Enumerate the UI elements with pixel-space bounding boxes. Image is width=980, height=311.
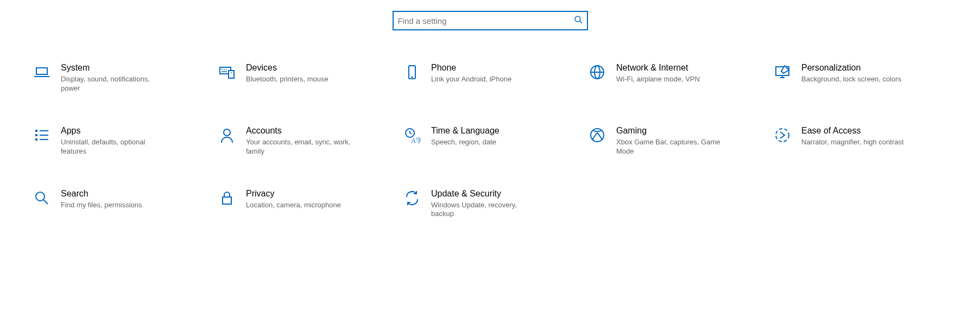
tile-network[interactable]: Network & InternetWi-Fi, airplane mode, … <box>588 63 762 93</box>
tile-update[interactable]: Update & SecurityWindows Update, recover… <box>403 189 577 219</box>
tile-text: Update & SecurityWindows Update, recover… <box>431 189 540 219</box>
tile-devices[interactable]: DevicesBluetooth, printers, mouse <box>218 63 392 93</box>
tile-text: PrivacyLocation, camera, microphone <box>246 189 341 210</box>
tile-text: Ease of AccessNarrator, magnifier, high … <box>801 126 904 147</box>
laptop-icon <box>33 63 51 81</box>
xbox-icon <box>588 126 606 144</box>
tile-text: Network & InternetWi-Fi, airplane mode, … <box>616 63 700 84</box>
tile-text: SearchFind my files, permissions <box>61 189 142 210</box>
tile-title: Time & Language <box>431 126 500 136</box>
tile-title: Privacy <box>246 189 341 199</box>
settings-grid: SystemDisplay, sound, notifications, pow… <box>27 63 953 219</box>
tile-desc: Bluetooth, printers, mouse <box>246 75 328 84</box>
tile-text: DevicesBluetooth, printers, mouse <box>246 63 328 84</box>
tile-title: System <box>61 63 169 73</box>
tile-desc: Find my files, permissions <box>61 201 142 210</box>
tile-apps[interactable]: AppsUninstall, defaults, optional featur… <box>33 126 207 156</box>
tile-desc: Windows Update, recovery, backup <box>431 201 540 219</box>
tile-privacy[interactable]: PrivacyLocation, camera, microphone <box>218 189 392 219</box>
tile-accounts[interactable]: AccountsYour accounts, email, sync, work… <box>218 126 392 156</box>
tile-text: Time & LanguageSpeech, region, date <box>431 126 500 147</box>
pen-monitor-icon <box>773 63 792 81</box>
tile-title: Gaming <box>616 126 725 136</box>
tile-title: Ease of Access <box>801 126 904 136</box>
search-box[interactable] <box>393 11 588 30</box>
phone-icon <box>403 63 421 81</box>
search-container <box>27 11 953 30</box>
ease-of-access-icon <box>773 126 792 144</box>
tile-text: PersonalizationBackground, lock screen, … <box>801 63 901 84</box>
keyboard-icon <box>218 63 236 81</box>
tile-desc: Uninstall, defaults, optional features <box>61 138 169 156</box>
tile-text: AccountsYour accounts, email, sync, work… <box>246 126 355 156</box>
tile-desc: Your accounts, email, sync, work, family <box>246 138 355 156</box>
tile-desc: Display, sound, notifications, power <box>61 75 169 93</box>
search-input[interactable] <box>398 16 574 26</box>
tile-desc: Wi-Fi, airplane mode, VPN <box>616 75 700 84</box>
tile-title: Network & Internet <box>616 63 700 73</box>
globe-icon <box>588 63 606 81</box>
tile-desc: Xbox Game Bar, captures, Game Mode <box>616 138 725 156</box>
tile-title: Accounts <box>246 126 355 136</box>
person-icon <box>218 126 236 144</box>
tile-ease[interactable]: Ease of AccessNarrator, magnifier, high … <box>773 126 947 156</box>
tile-desc: Link your Android, iPhone <box>431 75 511 84</box>
tile-title: Update & Security <box>431 189 540 199</box>
tile-personalization[interactable]: PersonalizationBackground, lock screen, … <box>773 63 947 93</box>
tile-title: Apps <box>61 126 169 136</box>
tile-title: Phone <box>431 63 511 73</box>
tile-title: Search <box>61 189 142 199</box>
tile-text: PhoneLink your Android, iPhone <box>431 63 511 84</box>
time-language-icon <box>403 126 421 144</box>
tile-time[interactable]: Time & LanguageSpeech, region, date <box>403 126 577 156</box>
list-icon <box>33 126 51 144</box>
sync-icon <box>403 189 421 207</box>
tile-title: Devices <box>246 63 328 73</box>
tile-desc: Background, lock screen, colors <box>801 75 901 84</box>
tile-title: Personalization <box>801 63 901 73</box>
tile-text: SystemDisplay, sound, notifications, pow… <box>61 63 169 93</box>
tile-text: AppsUninstall, defaults, optional featur… <box>61 126 169 156</box>
tile-gaming[interactable]: GamingXbox Game Bar, captures, Game Mode <box>588 126 762 156</box>
search-icon <box>574 15 583 26</box>
tile-text: GamingXbox Game Bar, captures, Game Mode <box>616 126 725 156</box>
tile-system[interactable]: SystemDisplay, sound, notifications, pow… <box>33 63 207 93</box>
magnifier-icon <box>33 189 51 207</box>
tile-desc: Location, camera, microphone <box>246 201 341 210</box>
tile-phone[interactable]: PhoneLink your Android, iPhone <box>403 63 577 93</box>
tile-desc: Speech, region, date <box>431 138 500 147</box>
tile-searchcat[interactable]: SearchFind my files, permissions <box>33 189 207 219</box>
tile-desc: Narrator, magnifier, high contrast <box>801 138 904 147</box>
lock-icon <box>218 189 236 207</box>
